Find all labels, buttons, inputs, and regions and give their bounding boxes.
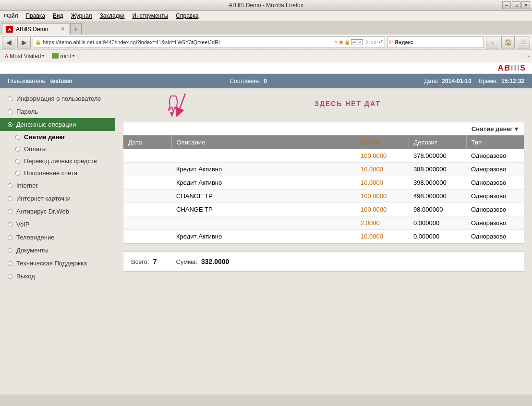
radio-internet [8, 183, 12, 188]
col-header-deposit: Депозит [409, 135, 466, 149]
cell-deposit: 0.000000 [409, 230, 466, 243]
refresh-icon[interactable]: ↺ [379, 39, 383, 45]
menu-tools[interactable]: Инструменты [131, 12, 170, 20]
close-button[interactable]: ✕ [521, 1, 530, 9]
menu-file[interactable]: Файл [2, 12, 20, 20]
sidebar-item-antivirus[interactable]: Антивирус Dr.Web [0, 205, 115, 218]
sidebar-item-password[interactable]: Пароль [0, 105, 115, 118]
menu-view[interactable]: Вид [51, 12, 65, 20]
table-row: CHANGE TP 100.0000 98.000000 Одноразово [123, 203, 524, 216]
sidebar-label-exit: Выход [16, 273, 35, 280]
active-tab[interactable]: A ABillS Demo ✕ [2, 23, 69, 35]
menu-bookmarks[interactable]: Закладки [98, 12, 127, 20]
radio-info [8, 96, 12, 101]
cell-type: Одноразово [466, 190, 524, 203]
summary-bar: Всего: 7 Сумма: 332.0000 [123, 251, 524, 272]
address-input[interactable] [43, 39, 332, 45]
sidebar-item-payments[interactable]: Оплаты [0, 143, 115, 155]
browser-title: ABillS Demo - Mozilla Firefox [229, 2, 303, 9]
menu-help[interactable]: Справка [174, 12, 200, 20]
cell-type: Одноразово [466, 203, 524, 216]
home-button[interactable]: 🏠 [501, 36, 515, 48]
menu-edit[interactable]: Правка [24, 12, 48, 20]
cell-date [123, 163, 171, 176]
cell-sum: 2.0000 [356, 216, 409, 230]
nav-right-icon[interactable]: ▷ [374, 39, 378, 45]
sidebar-label-withdrawal: Снятие денег [24, 133, 65, 141]
svg-marker-1 [170, 112, 174, 118]
download-button[interactable]: ↓ [486, 36, 499, 48]
bookmark-star-icon[interactable]: ☆ [334, 39, 338, 45]
sidebar-item-transfer[interactable]: Перевод личных средств [0, 155, 115, 167]
cell-sum: 10.0000 [356, 163, 409, 176]
sidebar-item-withdrawal[interactable]: Снятие денег [0, 131, 115, 143]
cell-date [123, 176, 171, 190]
sidebar-item-internet[interactable]: Internet [0, 179, 115, 192]
sidebar-item-tv[interactable]: Телевидение [0, 231, 115, 244]
brand-logo: ABillS [498, 64, 526, 72]
sidebar-item-inet-cards[interactable]: Интернет карточки [0, 192, 115, 205]
cell-sum: 10.0000 [356, 176, 409, 190]
sidebar-item-money-ops[interactable]: Денежные операции [0, 118, 115, 131]
menu-button[interactable]: ☰ [517, 36, 530, 48]
bookmark-most-visited[interactable]: A Most Visited ▾ [2, 52, 47, 60]
cell-sum: 100.0000 [356, 149, 409, 163]
address-bar-container: 🔒 ☆ ◉ 🔒 PHP ☽ ◁ ▷ ↺ [33, 36, 385, 48]
cell-desc: Кредит Активно [171, 230, 356, 243]
nav-left-icon[interactable]: ◁ [369, 39, 373, 45]
radio-antivirus [8, 209, 12, 214]
bookmarks-more-button[interactable]: » [527, 53, 530, 59]
cell-date [123, 190, 171, 203]
window-controls: – □ ✕ [502, 1, 530, 9]
sidebar-item-docs[interactable]: Документы [0, 244, 115, 257]
user-bar: Пользователь: testuser Состояние: 0 Дата… [0, 74, 532, 88]
sum-item: Сумма: 332.0000 [176, 258, 230, 265]
menubar: Файл Правка Вид Журнал Закладки Инструме… [0, 11, 532, 21]
time-value: 15:12:32 [501, 78, 524, 84]
back-button[interactable]: ◀ [2, 36, 15, 48]
php-badge: PHP [351, 39, 363, 45]
tab-close-button[interactable]: ✕ [60, 26, 65, 32]
radio-support [8, 261, 12, 266]
cell-desc [171, 216, 356, 230]
radio-exit [8, 274, 12, 279]
forward-button[interactable]: ▶ [17, 36, 31, 48]
maximize-button[interactable]: □ [512, 1, 520, 9]
user-label: Пользователь: [8, 78, 47, 84]
datetime-section: Дата: 2014-01-10 Время: 15:12:32 [424, 78, 524, 84]
radio-money-ops [8, 122, 12, 127]
search-input[interactable] [415, 39, 482, 45]
bookmarks-bar: A Most Visited ▾ mint ▾ » [0, 50, 532, 62]
content-area: ЗДЕСЬ НЕТ ДАТ Снятие денег ▾ [115, 88, 532, 394]
sidebar-item-info[interactable]: Информация о пользователе [0, 92, 115, 105]
section-dropdown[interactable]: Снятие денег ▾ [472, 125, 518, 132]
sidebar-item-voip[interactable]: VoIP [0, 218, 115, 231]
sidebar-item-deposit[interactable]: Пополнение счёта [0, 167, 115, 179]
rss-icon[interactable]: ◉ [339, 39, 343, 45]
annotation-area: ЗДЕСЬ НЕТ ДАТ [123, 96, 524, 120]
cell-date [123, 203, 171, 216]
sidebar-item-support[interactable]: Техническая Поддержка [0, 257, 115, 270]
cell-sum: 10.0000 [356, 230, 409, 243]
bookmark-most-visited-arrow: ▾ [42, 54, 44, 58]
dropdown-arrow-icon: ▾ [515, 125, 518, 132]
cell-date [123, 230, 171, 243]
search-engine-icon: Я [389, 39, 393, 45]
date-value: 2014-01-10 [442, 78, 471, 84]
bookmark-mint[interactable]: mint ▾ [49, 52, 77, 60]
cell-desc: Кредит Активно [171, 176, 356, 190]
cell-deposit: 378.000000 [409, 149, 466, 163]
bookmark-mint-label: mint [60, 53, 71, 60]
table-row: Кредит Активно 10.0000 398.000000 Однора… [123, 176, 524, 190]
new-tab-button[interactable]: + [70, 23, 82, 35]
sidebar-item-exit[interactable]: Выход [0, 270, 115, 283]
brand-bar: ABillS [0, 62, 532, 74]
minimize-button[interactable]: – [502, 1, 511, 9]
col-header-desc: Описание [171, 135, 356, 149]
table-row: 100.0000 378.000000 Одноразово [123, 149, 524, 163]
radio-password [8, 109, 12, 114]
menu-journal[interactable]: Журнал [69, 12, 94, 20]
radio-voip [8, 222, 12, 227]
titlebar: ABillS Demo - Mozilla Firefox – □ ✕ [0, 0, 532, 11]
time-label: Время: [479, 78, 497, 84]
